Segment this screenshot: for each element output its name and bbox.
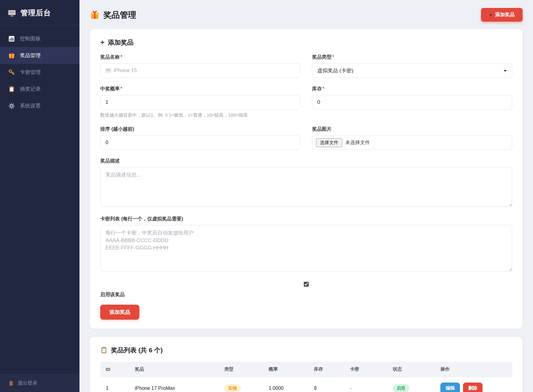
door-icon bbox=[8, 380, 14, 386]
field-keys: 卡密列表 (每行一个，仅虚拟奖品需要) bbox=[100, 216, 512, 273]
column-header: 奖品 bbox=[129, 362, 219, 377]
prize-list-card: 奖品列表 (共 6 个) ID奖品类型概率库存卡密状态操作 1iPhone 17… bbox=[90, 337, 523, 392]
required-mark: * bbox=[322, 86, 324, 91]
sidebar-item-卡密管理[interactable]: 卡密管理 bbox=[0, 64, 79, 81]
main-header: 奖品管理 + 添加奖品 bbox=[90, 8, 523, 22]
field-stock: 库存* bbox=[312, 86, 512, 118]
prize-name-input[interactable] bbox=[100, 63, 300, 78]
cell-name: iPhone 17 ProMax bbox=[129, 377, 219, 392]
sidebar-header: 777 管理后台 bbox=[0, 0, 79, 25]
gear-icon bbox=[8, 103, 15, 109]
page-title: 奖品管理 bbox=[90, 9, 136, 20]
logout-label: 退出登录 bbox=[18, 380, 37, 387]
prize-type-select-wrap: 虚拟奖品 (卡密) bbox=[312, 63, 512, 78]
field-prize-type: 奖品类型* 虚拟奖品 (卡密) bbox=[312, 54, 512, 78]
stock-label: 库存 bbox=[312, 86, 322, 91]
sidebar-item-label: 系统设置 bbox=[20, 102, 41, 109]
column-header: 操作 bbox=[435, 362, 512, 377]
submit-add-prize-button[interactable]: 添加奖品 bbox=[100, 305, 139, 320]
description-label: 奖品描述 bbox=[100, 158, 120, 163]
main-content: 奖品管理 + 添加奖品 + 添加奖品 奖品名称* 奖品类型* bbox=[79, 0, 533, 392]
table-row: 1iPhone 17 ProMax实物1.00009-启用编辑删除 bbox=[100, 377, 512, 392]
probability-label: 中奖概率 bbox=[100, 86, 120, 91]
cell-id: 1 bbox=[100, 377, 129, 392]
cell-probability: 1.0000 bbox=[263, 377, 308, 392]
delete-button[interactable]: 删除 bbox=[463, 383, 483, 392]
slot-machine-icon: 777 bbox=[7, 8, 17, 17]
clipboard-icon bbox=[8, 86, 15, 93]
column-header: 状态 bbox=[387, 362, 435, 377]
keys-value: - bbox=[350, 386, 351, 391]
gift-icon bbox=[90, 10, 100, 20]
add-prize-card: + 添加奖品 奖品名称* 奖品类型* 虚拟奖品 (卡密) bbox=[90, 29, 523, 329]
sidebar-item-抽奖记录[interactable]: 抽奖记录 bbox=[0, 81, 79, 97]
field-enable: 启用该奖品 添加奖品 bbox=[100, 281, 512, 320]
field-prize-name: 奖品名称* bbox=[100, 54, 300, 78]
image-label: 奖品图片 bbox=[312, 126, 332, 132]
column-header: ID bbox=[100, 362, 129, 377]
no-file-text: 未选择文件 bbox=[345, 140, 370, 146]
probability-input[interactable] bbox=[100, 95, 300, 110]
keys-textarea[interactable] bbox=[100, 225, 512, 271]
key-icon bbox=[8, 69, 15, 76]
column-header: 库存 bbox=[308, 362, 344, 377]
sidebar-item-label: 控制面板 bbox=[20, 35, 41, 42]
sidebar-item-label: 抽奖记录 bbox=[20, 85, 41, 93]
required-mark: * bbox=[332, 54, 334, 60]
stock-input[interactable] bbox=[312, 95, 512, 110]
sidebar-item-控制面板[interactable]: 控制面板 bbox=[0, 30, 79, 47]
sidebar-menu: 控制面板奖品管理卡密管理抽奖记录系统设置 bbox=[0, 30, 79, 114]
prize-type-select[interactable]: 虚拟奖品 (卡密) bbox=[312, 63, 512, 78]
column-header: 卡密 bbox=[344, 362, 387, 377]
sidebar-item-系统设置[interactable]: 系统设置 bbox=[0, 97, 79, 114]
field-sort: 排序 (越小越前) bbox=[100, 126, 300, 150]
clipboard-icon bbox=[100, 347, 108, 354]
type-badge: 实物 bbox=[224, 384, 241, 392]
description-textarea[interactable] bbox=[100, 167, 512, 207]
table-header-row: ID奖品类型概率库存卡密状态操作 bbox=[100, 362, 512, 377]
field-probability: 中奖概率* 数值越大越容易中，默认1。例: 0.1=极低，1=普通，10=较高，… bbox=[100, 86, 300, 118]
form-title: + 添加奖品 bbox=[100, 38, 512, 47]
sort-input[interactable] bbox=[100, 135, 300, 150]
prize-type-label: 奖品类型 bbox=[312, 54, 332, 60]
sort-label: 排序 (越小越前) bbox=[100, 126, 134, 132]
sidebar-item-label: 卡密管理 bbox=[20, 69, 41, 76]
sidebar-title: 管理后台 bbox=[20, 8, 51, 18]
gift-icon bbox=[8, 52, 15, 59]
svg-text:7: 7 bbox=[11, 11, 13, 13]
svg-text:7: 7 bbox=[13, 11, 15, 13]
choose-file-button[interactable]: 选择文件 bbox=[316, 138, 342, 147]
probability-hint: 数值越大越容易中，默认1。例: 0.1=极低，1=普通，10=较高，100=很高 bbox=[100, 112, 300, 118]
prize-table-body: 1iPhone 17 ProMax实物1.00009-启用编辑删除2美的电饭锅虚… bbox=[100, 377, 512, 392]
bar-chart-icon bbox=[8, 35, 15, 42]
edit-button[interactable]: 编辑 bbox=[440, 383, 460, 392]
plus-icon: + bbox=[100, 39, 105, 46]
sidebar-item-label: 奖品管理 bbox=[20, 52, 41, 59]
list-title: 奖品列表 (共 6 个) bbox=[100, 346, 512, 354]
prize-table: ID奖品类型概率库存卡密状态操作 1iPhone 17 ProMax实物1.00… bbox=[100, 362, 512, 392]
status-badge: 启用 bbox=[393, 384, 409, 392]
column-header: 类型 bbox=[219, 362, 263, 377]
add-prize-header-button[interactable]: + 添加奖品 bbox=[481, 8, 523, 22]
required-mark: * bbox=[120, 86, 122, 91]
logout-button[interactable]: 退出登录 bbox=[0, 374, 79, 392]
plus-icon: + bbox=[489, 12, 492, 18]
enable-checkbox[interactable] bbox=[304, 282, 309, 287]
sidebar: 777 管理后台 控制面板奖品管理卡密管理抽奖记录系统设置 退出登录 bbox=[0, 0, 79, 392]
required-mark: * bbox=[120, 54, 122, 60]
svg-text:7: 7 bbox=[9, 11, 10, 13]
enable-label: 启用该奖品 bbox=[100, 292, 512, 298]
field-image: 奖品图片 选择文件 未选择文件 bbox=[312, 126, 512, 150]
field-description: 奖品描述 bbox=[100, 158, 512, 208]
sidebar-item-奖品管理[interactable]: 奖品管理 bbox=[0, 47, 79, 64]
cell-stock: 9 bbox=[308, 377, 344, 392]
prize-name-label: 奖品名称 bbox=[100, 54, 120, 60]
keys-label: 卡密列表 (每行一个，仅虚拟奖品需要) bbox=[100, 216, 183, 221]
image-file-input[interactable]: 选择文件 未选择文件 bbox=[312, 135, 512, 150]
column-header: 概率 bbox=[263, 362, 308, 377]
